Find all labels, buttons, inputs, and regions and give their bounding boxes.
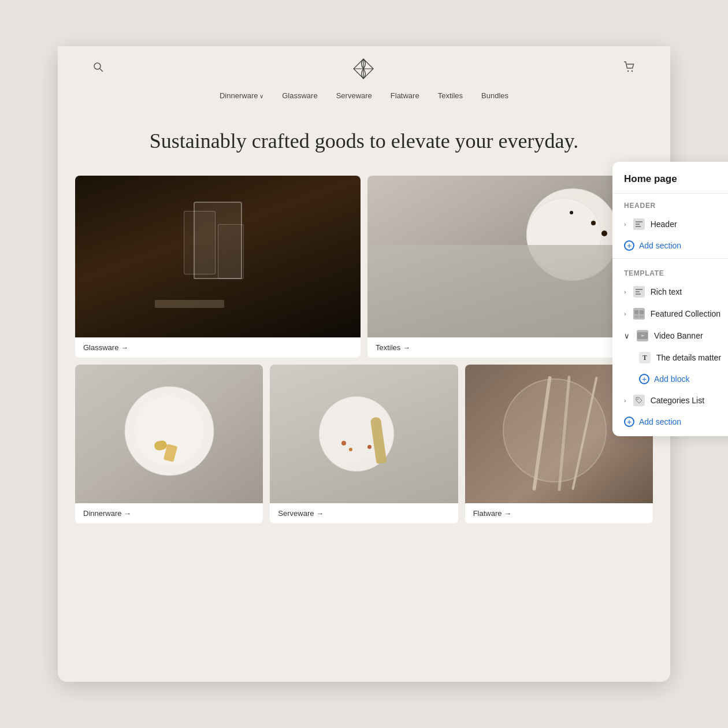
serveware-image — [270, 365, 458, 503]
categories-list-label: Categories List — [651, 396, 704, 405]
details-matter-label: The details matter — [656, 353, 721, 362]
header-chevron-icon: › — [624, 221, 626, 228]
panel-header-section-label: Header — [612, 194, 728, 213]
dinnerware-label: Dinnerware → — [75, 503, 263, 523]
panel-title: Home page — [612, 162, 728, 194]
svg-rect-13 — [634, 315, 638, 318]
text-block-icon: T — [639, 352, 651, 363]
svg-rect-7 — [636, 289, 642, 290]
svg-point-18 — [637, 399, 638, 400]
nav-item-dinnerware[interactable]: Dinnerware — [220, 91, 263, 100]
add-block-plus-icon: + — [639, 374, 649, 384]
product-card-serveware[interactable]: Serveware → — [270, 365, 458, 523]
nav-item-glassware[interactable]: Glassware — [282, 91, 317, 100]
panel-video-banner-item[interactable]: ∨ Video Banner — [612, 325, 728, 347]
panel-divider-1 — [612, 258, 728, 259]
featured-collection-icon — [633, 308, 645, 320]
panel-rich-text-item[interactable]: › Rich text — [612, 281, 728, 303]
rich-text-label: Rich text — [651, 287, 682, 296]
nav-item-serveware[interactable]: Serveware — [336, 91, 372, 100]
header-layout-icon — [633, 218, 645, 230]
header-add-section-button[interactable]: + Add section — [612, 235, 728, 256]
svg-rect-4 — [636, 221, 642, 222]
svg-rect-5 — [636, 224, 640, 225]
dinnerware-image — [75, 365, 263, 503]
product-card-dinnerware[interactable]: Dinnerware → — [75, 365, 263, 523]
header-add-section-label: Add section — [639, 241, 681, 250]
panel-featured-collection-item[interactable]: › Featured Collection — [612, 303, 728, 325]
video-banner-label: Video Banner — [654, 331, 703, 340]
side-panel: Home page Header › Header + Add section … — [612, 162, 728, 436]
categories-list-chevron-icon: › — [624, 397, 626, 404]
panel-categories-list-item[interactable]: › Categories List — [612, 389, 728, 411]
store-logo[interactable] — [351, 57, 376, 81]
rich-text-chevron-icon: › — [624, 288, 626, 295]
video-banner-icon — [637, 330, 648, 341]
nav-item-flatware[interactable]: Flatware — [391, 91, 419, 100]
svg-rect-11 — [634, 310, 638, 314]
glassware-label: Glassware → — [75, 337, 361, 358]
store-header — [58, 46, 670, 87]
product-card-textiles[interactable]: Textiles → — [367, 176, 653, 358]
svg-line-1 — [100, 69, 103, 72]
textiles-image — [367, 176, 653, 337]
svg-rect-8 — [636, 291, 640, 292]
video-banner-chevron-icon: ∨ — [624, 332, 630, 340]
nav-item-bundles[interactable]: Bundles — [481, 91, 508, 100]
featured-collection-chevron-icon: › — [624, 310, 626, 317]
add-section-plus-icon: + — [624, 240, 634, 251]
store-nav: Dinnerware Glassware Serveware Flatware … — [58, 87, 670, 110]
search-icon[interactable] — [92, 61, 104, 76]
svg-rect-6 — [636, 226, 641, 227]
panel-template-section-label: Template — [612, 261, 728, 281]
svg-point-3 — [632, 70, 633, 72]
add-block-label: Add block — [654, 374, 689, 384]
flatware-label: Flatware → — [465, 503, 653, 523]
product-grid: Glassware → Textiles → — [58, 176, 670, 541]
svg-rect-9 — [636, 294, 641, 295]
serveware-label: Serveware → — [270, 503, 458, 523]
panel-header-item[interactable]: › Header — [612, 213, 728, 235]
nav-item-textiles[interactable]: Textiles — [438, 91, 463, 100]
template-add-section-button[interactable]: + Add section — [612, 411, 728, 436]
svg-point-0 — [94, 63, 101, 69]
cart-icon[interactable] — [623, 61, 636, 77]
add-block-button[interactable]: + Add block — [612, 369, 728, 389]
store-frame: Dinnerware Glassware Serveware Flatware … — [58, 46, 670, 682]
textiles-label: Textiles → — [367, 337, 653, 358]
panel-details-matter-item[interactable]: T The details matter — [612, 347, 728, 369]
featured-collection-label: Featured Collection — [651, 309, 720, 318]
rich-text-layout-icon — [633, 286, 645, 298]
hero-text: Sustainably crafted goods to elevate you… — [58, 110, 670, 176]
product-card-glassware[interactable]: Glassware → — [75, 176, 361, 358]
template-add-section-label: Add section — [639, 417, 681, 426]
svg-rect-14 — [640, 315, 644, 318]
glassware-image — [75, 176, 361, 337]
svg-point-2 — [627, 70, 629, 72]
categories-list-icon — [633, 395, 645, 406]
svg-rect-12 — [640, 310, 644, 314]
panel-header-label: Header — [651, 220, 677, 229]
template-add-section-plus-icon: + — [624, 417, 634, 427]
